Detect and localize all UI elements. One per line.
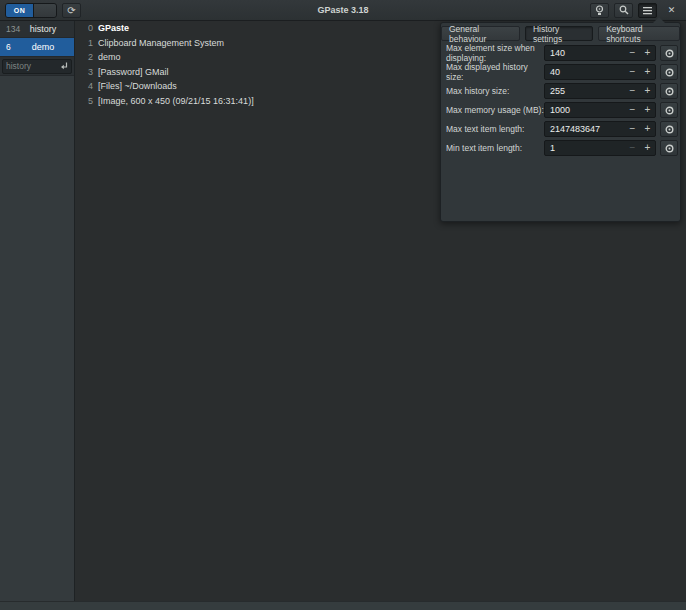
max-history-size-spinbutton[interactable]: 255 − + [544, 83, 656, 99]
refresh-button[interactable]: ⟳ [62, 3, 81, 18]
gpaste-window: ON ⟳ GPaste 3.18 [0, 0, 686, 610]
spin-plus-button[interactable]: + [640, 65, 655, 79]
item-text: [Password] GMail [98, 67, 169, 77]
tab-history-settings[interactable]: History settings [525, 26, 593, 41]
reset-icon [665, 68, 674, 77]
item-index: 5 [88, 96, 93, 106]
refresh-icon: ⟳ [67, 5, 75, 16]
history-item-label: history [20, 24, 74, 34]
new-history-input[interactable]: history [2, 59, 72, 74]
spin-minus-button[interactable]: − [625, 46, 640, 60]
item-text: demo [98, 52, 121, 62]
spin-minus-button[interactable]: − [625, 65, 640, 79]
window-bottom-edge [0, 601, 686, 610]
setting-label: Max history size: [446, 86, 544, 96]
spin-minus-button: − [625, 141, 640, 155]
close-icon: ✕ [668, 5, 676, 15]
reset-button[interactable] [660, 140, 678, 156]
history-item-count: 134 [0, 24, 20, 34]
item-index: 4 [88, 81, 93, 91]
spin-value: 40 [545, 67, 625, 77]
history-item-label: demo [20, 42, 74, 52]
history-settings-panel: Max element size when displaying: 140 − … [441, 45, 680, 156]
reset-button[interactable] [660, 45, 678, 61]
menu-button[interactable] [638, 3, 657, 18]
setting-label: Min text item length: [446, 143, 544, 153]
item-index: 1 [88, 38, 93, 48]
item-text: Clipboard Management System [98, 38, 224, 48]
item-text: [Files] ~/Downloads [98, 81, 177, 91]
header-bar: ON ⟳ GPaste 3.18 [0, 0, 686, 21]
reset-button[interactable] [660, 102, 678, 118]
reset-icon [665, 125, 674, 134]
reset-icon [665, 144, 674, 153]
item-text: GPaste [98, 23, 129, 33]
item-index: 2 [88, 52, 93, 62]
new-history-row: history [0, 57, 74, 76]
new-history-placeholder: history [6, 61, 60, 71]
max-displayed-history-spinbutton[interactable]: 40 − + [544, 64, 656, 80]
spin-plus-button[interactable]: + [640, 103, 655, 117]
reset-button[interactable] [660, 121, 678, 137]
close-window-button[interactable]: ✕ [662, 3, 681, 18]
hamburger-menu-icon [643, 6, 652, 15]
history-item-history[interactable]: 134 history [0, 21, 74, 38]
spin-value: 1000 [545, 105, 625, 115]
popover-arrow [653, 17, 665, 23]
max-element-size-spinbutton[interactable]: 140 − + [544, 45, 656, 61]
setting-row-max-memory-usage: Max memory usage (MB): 1000 − + [441, 102, 680, 118]
reset-icon [665, 87, 674, 96]
header-actions: ✕ [585, 3, 681, 18]
setting-label: Max displayed history size: [446, 62, 544, 82]
setting-row-max-text-length: Max text item length: 2147483647 − + [441, 121, 680, 137]
window-title: GPaste 3.18 [0, 5, 686, 15]
spin-value: 140 [545, 48, 625, 58]
histories-sidebar: 134 history 6 demo history [0, 21, 75, 601]
history-item-demo[interactable]: 6 demo [0, 38, 74, 57]
spin-minus-button[interactable]: − [625, 122, 640, 136]
switch-knob [33, 4, 56, 17]
setting-row-max-history-size: Max history size: 255 − + [441, 83, 680, 99]
reset-icon [665, 49, 674, 58]
max-memory-usage-spinbutton[interactable]: 1000 − + [544, 102, 656, 118]
spin-plus-button[interactable]: + [640, 122, 655, 136]
item-text: [Image, 600 x 450 (09/21/15 16:31:41)] [98, 96, 254, 106]
setting-label: Max element size when displaying: [446, 43, 544, 63]
spin-value: 2147483647 [545, 124, 625, 134]
reset-button[interactable] [660, 83, 678, 99]
switch-on-label: ON [6, 4, 33, 17]
reset-button[interactable] [660, 64, 678, 80]
setting-row-min-text-length: Min text item length: 1 − + [441, 140, 680, 156]
tab-general-behaviour[interactable]: General behaviour [441, 26, 520, 41]
spin-value: 1 [545, 143, 625, 153]
tracking-on-switch[interactable]: ON [5, 3, 57, 18]
settings-tabs: General behaviour History settings Keybo… [441, 26, 680, 41]
spin-value: 255 [545, 86, 625, 96]
about-button[interactable] [590, 3, 609, 18]
enter-icon[interactable] [60, 62, 68, 71]
spin-plus-button[interactable]: + [640, 84, 655, 98]
search-button[interactable] [614, 3, 633, 18]
setting-row-max-displayed-history: Max displayed history size: 40 − + [441, 64, 680, 80]
setting-row-max-element-size: Max element size when displaying: 140 − … [441, 45, 680, 61]
max-text-length-spinbutton[interactable]: 2147483647 − + [544, 121, 656, 137]
spin-minus-button[interactable]: − [625, 103, 640, 117]
settings-popover: General behaviour History settings Keybo… [440, 22, 681, 222]
item-index: 3 [88, 67, 93, 77]
min-text-length-spinbutton[interactable]: 1 − + [544, 140, 656, 156]
tab-keyboard-shortcuts[interactable]: Keyboard shortcuts [598, 26, 680, 41]
setting-label: Max text item length: [446, 124, 544, 134]
history-item-count: 6 [0, 42, 20, 52]
setting-label: Max memory usage (MB): [446, 105, 544, 115]
reset-icon [665, 106, 674, 115]
spin-plus-button[interactable]: + [640, 46, 655, 60]
spin-minus-button[interactable]: − [625, 84, 640, 98]
item-index: 0 [88, 23, 93, 33]
search-icon [619, 5, 629, 15]
lightbulb-icon [595, 5, 604, 16]
spin-plus-button[interactable]: + [640, 141, 655, 155]
